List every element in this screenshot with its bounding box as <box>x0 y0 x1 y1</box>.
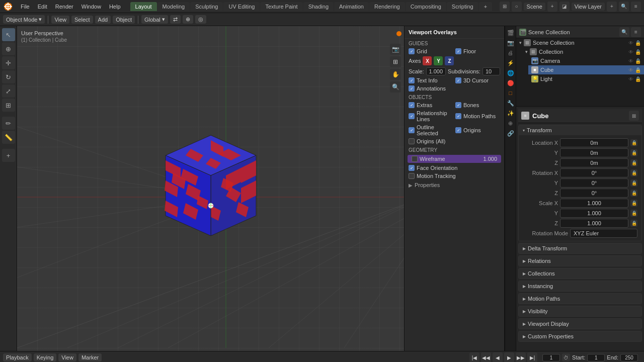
loc-x-field[interactable]: 0m <box>560 138 628 147</box>
viewport-menu-select[interactable]: Select <box>71 16 93 24</box>
tab-render[interactable]: 📷 <box>506 38 515 47</box>
prev-frame-btn[interactable]: ◀◀ <box>481 352 491 362</box>
subdivisions-field[interactable]: 10 <box>482 67 500 75</box>
origins-all-checkbox[interactable] <box>409 138 415 144</box>
jump-start-btn[interactable]: |◀ <box>469 352 479 362</box>
play-btn[interactable]: ▶ <box>504 352 514 362</box>
rot-x-field[interactable]: 0° <box>560 168 628 177</box>
tab-rendering[interactable]: Rendering <box>369 2 405 11</box>
tab-compositing[interactable]: Compositing <box>406 2 446 11</box>
axis-y-btn[interactable]: Y <box>434 56 443 65</box>
menu-edit[interactable]: Edit <box>34 3 51 11</box>
step-forward-btn[interactable]: ▶▶ <box>516 352 526 362</box>
tool-measure[interactable]: 📏 <box>2 131 15 144</box>
scene-icon-btn[interactable]: ⊞ <box>500 2 510 12</box>
end-frame-field[interactable]: 250 <box>620 354 638 361</box>
filter-btn[interactable]: ≡ <box>631 2 641 12</box>
scale-x-lock[interactable]: 🔒 <box>630 200 637 207</box>
tab-world[interactable]: 🔴 <box>506 78 515 87</box>
object-mode-dropdown[interactable]: Object Mode ▾ <box>3 15 45 24</box>
step-back-btn[interactable]: ◀ <box>493 352 503 362</box>
instancing-header[interactable]: ▶ Instancing <box>519 281 641 291</box>
tool-scale[interactable]: ⤢ <box>2 84 15 98</box>
outliner-view-filter[interactable]: ≡ <box>631 27 641 37</box>
rot-y-field[interactable]: 0° <box>560 178 628 188</box>
outliner-collection[interactable]: ▾ ⊞ Collection 👁 🔒 <box>522 47 644 56</box>
tool-rotate[interactable]: ↻ <box>2 70 15 83</box>
menu-file[interactable]: File <box>17 3 33 11</box>
delta-transform-header[interactable]: ▶ Delta Transform <box>519 243 641 253</box>
add-view-btn[interactable]: + <box>607 2 617 12</box>
tab-modeling[interactable]: Modeling <box>157 2 190 11</box>
annotations-checkbox[interactable] <box>409 85 415 92</box>
tab-add[interactable]: + <box>479 2 492 11</box>
floor-checkbox[interactable] <box>455 48 461 54</box>
outliner-filter[interactable]: 🔍 <box>619 27 629 37</box>
axis-z-btn[interactable]: Z <box>445 56 454 65</box>
motion-tracking-checkbox[interactable] <box>409 173 415 179</box>
viewport-menu-add[interactable]: Add <box>95 16 111 24</box>
snap-btn[interactable]: ⊕ <box>183 15 193 24</box>
axis-x-btn[interactable]: X <box>423 56 432 65</box>
loc-y-lock[interactable]: 🔒 <box>630 149 637 156</box>
add-scene-btn[interactable]: + <box>547 2 557 12</box>
visibility-header[interactable]: ▶ Visibility <box>519 306 641 316</box>
nav-grid-btn[interactable]: ⊞ <box>390 56 401 67</box>
menu-window[interactable]: Window <box>78 3 105 11</box>
viewport-menu-object[interactable]: Object <box>113 16 135 24</box>
current-frame-field[interactable]: 1 <box>542 354 560 361</box>
menu-help[interactable]: Help <box>106 3 124 11</box>
menu-render[interactable]: Render <box>52 3 77 11</box>
loc-z-field[interactable]: 0m <box>560 158 628 167</box>
scale-field[interactable]: 1.000 <box>426 67 446 75</box>
origins-checkbox[interactable] <box>455 127 461 133</box>
tab-uv-editing[interactable]: UV Editing <box>223 2 260 11</box>
outliner-camera[interactable]: 📷 Camera 👁 🔒 <box>528 56 644 65</box>
scale-z-lock[interactable]: 🔒 <box>630 220 637 227</box>
scale-y-lock[interactable]: 🔒 <box>630 210 637 217</box>
rel-lines-checkbox[interactable] <box>409 113 415 119</box>
tab-sculpting[interactable]: Sculpting <box>190 2 223 11</box>
properties-label[interactable]: Properties <box>415 182 440 188</box>
tab-scene[interactable]: 🎬 <box>506 28 515 37</box>
tab-view-layer[interactable]: ⚡ <box>506 58 515 67</box>
motion-paths-header[interactable]: ▶ Motion Paths <box>519 294 641 304</box>
viewport-menu-view[interactable]: View <box>51 16 69 24</box>
tool-add[interactable]: + <box>2 149 15 162</box>
outliner-cube[interactable]: ■ Cube 👁 🔒 <box>528 65 644 74</box>
cursor-3d-checkbox[interactable] <box>455 77 461 83</box>
scene-label[interactable]: Scene <box>524 3 545 11</box>
tab-modifiers[interactable]: 🔧 <box>506 99 515 108</box>
tab-object[interactable]: □ <box>506 88 515 98</box>
view-layer-label[interactable]: View Layer <box>572 3 605 11</box>
fps-icon[interactable]: ⏱ <box>562 353 570 361</box>
outline-checkbox[interactable] <box>409 127 415 133</box>
nav-camera-btn[interactable]: 📷 <box>390 44 401 55</box>
viewport[interactable]: User Perspective (1) Collection | Cube <box>17 26 404 351</box>
nav-hand-btn[interactable]: ✋ <box>390 69 401 80</box>
loc-x-lock[interactable]: 🔒 <box>630 139 637 146</box>
tool-move[interactable]: ✛ <box>2 56 15 69</box>
tl-playback[interactable]: Playback <box>3 353 32 361</box>
tab-scene-props[interactable]: 🌐 <box>506 68 515 77</box>
tab-texture-paint[interactable]: Texture Paint <box>260 2 302 11</box>
tab-particles[interactable]: ✨ <box>506 109 515 118</box>
tab-shading[interactable]: Shading <box>303 2 334 11</box>
transform-icons[interactable]: ⇄ <box>170 15 181 24</box>
tab-output[interactable]: 🖨 <box>506 48 515 57</box>
tab-physics[interactable]: ⊕ <box>506 119 515 128</box>
tab-scripting[interactable]: Scripting <box>447 2 478 11</box>
transform-header[interactable]: ▾ Transform <box>519 125 641 135</box>
bones-checkbox[interactable] <box>455 102 461 108</box>
custom-props-header[interactable]: ▶ Custom Properties <box>519 331 641 341</box>
transform-global[interactable]: Global ▾ <box>141 15 168 24</box>
scale-z-field[interactable]: 1.000 <box>560 219 628 228</box>
tab-layout[interactable]: Layout <box>130 2 157 11</box>
engine-icon-btn[interactable]: ○ <box>512 2 522 12</box>
loc-z-lock[interactable]: 🔒 <box>630 159 637 166</box>
tool-transform[interactable]: ⊞ <box>2 99 15 112</box>
tool-cursor[interactable]: ⊕ <box>2 42 15 55</box>
collections-header[interactable]: ▶ Collections <box>519 268 641 279</box>
text-info-checkbox[interactable] <box>409 77 415 83</box>
outliner-light[interactable]: 💡 Light 👁 🔒 <box>528 74 644 83</box>
